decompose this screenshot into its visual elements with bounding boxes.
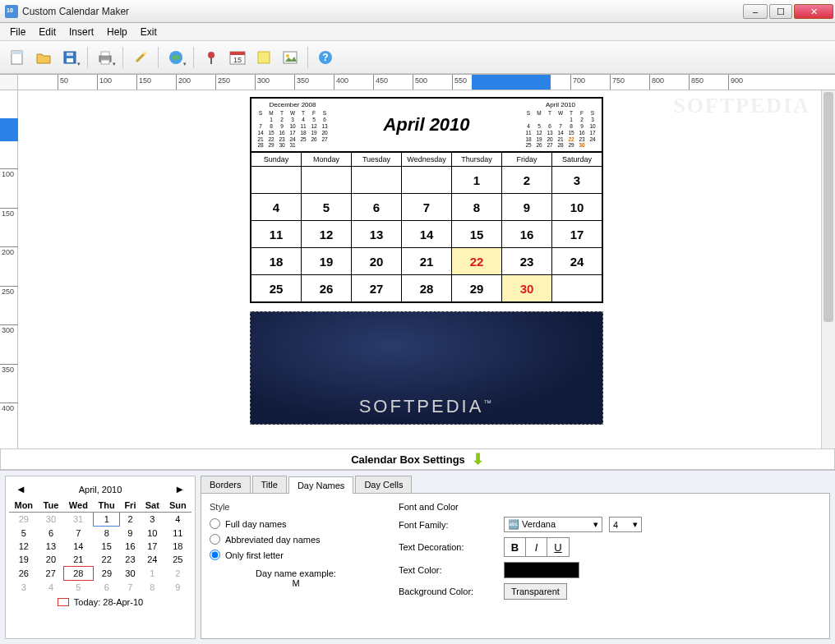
save-button[interactable]: ▾: [58, 45, 82, 70]
style-option[interactable]: Full day names: [210, 518, 382, 529]
picker-day[interactable]: 9: [164, 581, 191, 595]
day-cell[interactable]: [552, 275, 602, 301]
picker-day[interactable]: 27: [39, 567, 64, 581]
scrollbar-thumb[interactable]: [823, 92, 833, 322]
picker-day[interactable]: 21: [63, 553, 93, 567]
bold-button[interactable]: B: [505, 538, 526, 556]
picker-day[interactable]: 12: [9, 540, 39, 553]
menu-help[interactable]: Help: [100, 25, 134, 39]
day-cell[interactable]: 10: [552, 194, 602, 220]
day-cell[interactable]: 27: [352, 275, 402, 301]
picker-day[interactable]: 14: [63, 540, 93, 553]
italic-button[interactable]: I: [526, 538, 547, 556]
day-cell[interactable]: 26: [302, 275, 352, 301]
minimize-button[interactable]: –: [743, 4, 768, 19]
tab-day-cells[interactable]: Day Cells: [355, 476, 412, 493]
picker-day[interactable]: 23: [120, 553, 141, 567]
day-cell[interactable]: 23: [502, 248, 552, 274]
menu-insert[interactable]: Insert: [62, 25, 100, 39]
wand-button[interactable]: [128, 45, 153, 70]
day-cell[interactable]: 18: [251, 248, 302, 274]
picker-day[interactable]: 4: [164, 513, 191, 527]
day-cell[interactable]: 28: [402, 275, 452, 301]
day-cell[interactable]: 8: [452, 194, 502, 220]
day-cell[interactable]: 17: [552, 221, 602, 247]
vertical-scrollbar[interactable]: [821, 90, 835, 448]
menu-exit[interactable]: Exit: [134, 25, 164, 39]
picker-day[interactable]: 2: [120, 513, 141, 527]
day-cell[interactable]: 11: [251, 221, 302, 247]
day-cell[interactable]: 1: [452, 167, 502, 193]
picker-day[interactable]: 19: [9, 553, 39, 567]
image-button[interactable]: [278, 45, 302, 70]
tab-title[interactable]: Title: [252, 476, 287, 493]
picker-day[interactable]: 11: [164, 527, 191, 540]
day-cell[interactable]: [302, 167, 352, 193]
font-size-select[interactable]: 4▾: [609, 517, 642, 532]
day-cell[interactable]: 19: [302, 248, 352, 274]
picker-day[interactable]: 15: [93, 540, 120, 553]
picker-day[interactable]: 5: [63, 581, 93, 595]
picker-day[interactable]: 8: [141, 581, 164, 595]
tab-day-names[interactable]: Day Names: [288, 476, 353, 494]
date-picker[interactable]: ◄ April, 2010 ► MonTueWedThuFriSatSun293…: [5, 476, 196, 639]
day-cell[interactable]: 29: [452, 275, 502, 301]
globe-button[interactable]: ▾: [164, 45, 188, 70]
tab-borders[interactable]: Borders: [201, 476, 251, 493]
maximize-button[interactable]: ☐: [769, 4, 792, 19]
picker-day[interactable]: 29: [93, 567, 120, 581]
day-cell[interactable]: 22: [452, 248, 502, 274]
prev-month-button[interactable]: ◄: [12, 483, 30, 495]
day-cell[interactable]: 7: [402, 194, 452, 220]
picker-day[interactable]: 1: [93, 513, 120, 527]
picker-day[interactable]: 13: [39, 540, 64, 553]
picker-day[interactable]: 6: [39, 527, 64, 540]
day-cell[interactable]: 5: [302, 194, 352, 220]
calendar-box[interactable]: December 2008SMTWTFS12345678910111213141…: [250, 97, 603, 303]
picker-day[interactable]: 31: [63, 513, 93, 527]
day-cell[interactable]: 6: [352, 194, 402, 220]
calendar-button[interactable]: 15: [225, 45, 250, 70]
picker-day[interactable]: 28: [63, 567, 93, 581]
picker-day[interactable]: 7: [120, 581, 141, 595]
day-cell[interactable]: 15: [452, 221, 502, 247]
day-cell[interactable]: 2: [502, 167, 552, 193]
picker-day[interactable]: 29: [9, 513, 39, 527]
picker-day[interactable]: 18: [164, 540, 191, 553]
day-cell[interactable]: 13: [352, 221, 402, 247]
pin-button[interactable]: [199, 45, 224, 70]
today-link[interactable]: Today: 28-Apr-10: [9, 597, 191, 607]
day-cell[interactable]: 25: [251, 275, 302, 301]
picker-day[interactable]: 17: [141, 540, 164, 553]
help-button[interactable]: ?: [313, 45, 338, 70]
day-cell[interactable]: 16: [502, 221, 552, 247]
style-option[interactable]: Only first letter: [210, 550, 382, 560]
picture-box[interactable]: SOFTPEDIA™: [250, 311, 603, 425]
picker-day[interactable]: 30: [120, 567, 141, 581]
day-cell[interactable]: 9: [502, 194, 552, 220]
picker-day[interactable]: 9: [120, 527, 141, 540]
vertical-ruler[interactable]: 50100150200250300350400: [0, 90, 18, 448]
day-cell[interactable]: 3: [552, 167, 602, 193]
underline-button[interactable]: U: [547, 538, 569, 556]
day-cell[interactable]: 4: [251, 194, 302, 220]
picker-day[interactable]: 3: [141, 513, 164, 527]
picker-day[interactable]: 2: [164, 567, 191, 581]
horizontal-ruler[interactable]: 5010015020025030035040045050055060065070…: [18, 75, 835, 90]
picker-day[interactable]: 22: [93, 553, 120, 567]
day-cell[interactable]: 14: [402, 221, 452, 247]
picker-day[interactable]: 1: [141, 567, 164, 581]
day-cell[interactable]: [402, 167, 452, 193]
day-cell[interactable]: [251, 167, 302, 193]
new-button[interactable]: [5, 45, 30, 70]
picker-day[interactable]: 20: [39, 553, 64, 567]
font-family-select[interactable]: 🔤 Verdana▾: [504, 517, 602, 532]
picker-day[interactable]: 4: [39, 581, 64, 595]
picker-day[interactable]: 5: [9, 527, 39, 540]
open-button[interactable]: [31, 45, 56, 70]
picker-day[interactable]: 16: [120, 540, 141, 553]
next-month-button[interactable]: ►: [171, 483, 188, 495]
menu-file[interactable]: File: [3, 25, 32, 39]
day-cell[interactable]: 24: [552, 248, 602, 274]
menu-edit[interactable]: Edit: [32, 25, 62, 39]
